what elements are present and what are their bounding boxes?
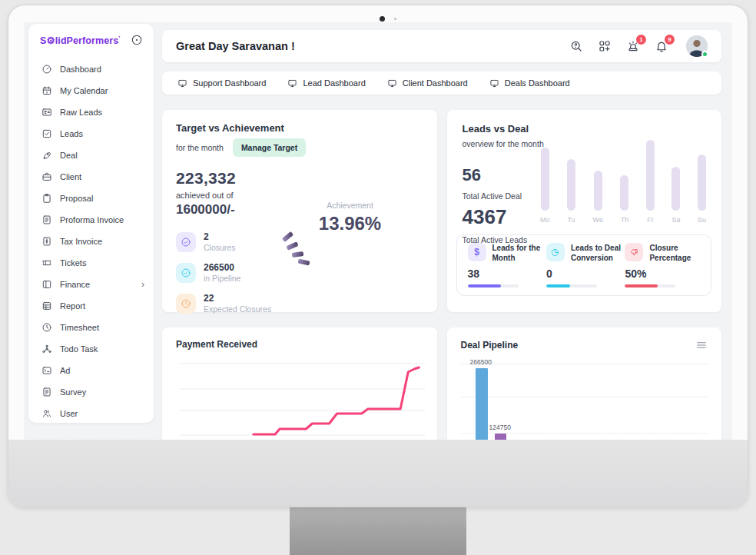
sidebar-item-label: My Calendar	[60, 86, 144, 95]
sidebar-item-report[interactable]: Report	[28, 295, 154, 317]
stat-label: Closures	[204, 243, 235, 253]
online-status-dot	[701, 51, 708, 58]
progress-track	[625, 284, 675, 287]
leads-vs-deal-card: Leads vs Deal overview for the month 56 …	[447, 110, 722, 312]
stat-value: 50%	[625, 268, 700, 280]
weekday-bar-we: We	[593, 135, 603, 224]
monitor-icon	[177, 78, 187, 88]
briefcase-icon	[41, 171, 52, 182]
sidebar-item-label: Tax Invoice	[60, 237, 144, 246]
bar-label: Tu	[567, 216, 575, 224]
leads-stat-closure-percentage: Closure Percentage50%	[625, 243, 700, 289]
dollar-icon: $	[468, 243, 486, 261]
logo-trademark: ’	[118, 35, 120, 42]
stat-value: 38	[468, 268, 546, 280]
terminal-icon	[41, 365, 52, 376]
sidebar-item-proforma-invoice[interactable]: Proforma Invoice	[28, 209, 154, 231]
chart-menu-icon[interactable]	[695, 339, 708, 351]
sidebar-item-todo-task[interactable]: Todo Task	[28, 338, 154, 360]
bar-label: Fr	[647, 216, 654, 224]
manage-target-button[interactable]: Manage Target	[233, 138, 306, 157]
sidebar-item-label: Deal	[60, 151, 144, 160]
search-icon[interactable]	[569, 39, 583, 53]
bar	[671, 167, 680, 211]
monitor-icon	[489, 78, 499, 88]
app-logo: S⚙lidPerformers’	[40, 35, 121, 46]
sidebar-item-client[interactable]: Client	[28, 166, 154, 188]
sidebar-item-my-calendar[interactable]: My Calendar	[28, 80, 154, 101]
sidebar-item-proposal[interactable]: Proposal	[28, 188, 154, 209]
page-title: Great Day Saravanan !	[176, 40, 295, 52]
card-subtitle: for the month	[176, 143, 224, 152]
main-content: Great Day Saravanan ! 1 9	[162, 22, 721, 441]
sidebar-item-deal[interactable]: Deal	[28, 145, 154, 166]
stat-label: Expected Closures	[204, 304, 271, 314]
document-icon	[41, 214, 52, 225]
sidebar-item-label: Finance	[60, 280, 141, 289]
tab-client-dashboard[interactable]: Client Dashboard	[387, 78, 468, 88]
nodes-icon	[41, 344, 52, 354]
card-title: Leads vs Deal	[463, 123, 707, 135]
form-icon	[41, 387, 52, 397]
webcam-led	[394, 18, 396, 20]
stat-value: 2	[204, 231, 235, 243]
chevron-right-icon: ›	[141, 279, 144, 290]
alarm-icon[interactable]: 1	[626, 39, 640, 53]
clock-icon	[41, 322, 52, 333]
check-icon	[176, 263, 196, 283]
bar-label: Th	[621, 216, 629, 224]
sidebar-item-finance[interactable]: Finance›	[28, 274, 154, 295]
pipeline-bar-value: 124750	[489, 424, 511, 431]
users-icon	[41, 408, 52, 419]
bar	[698, 155, 706, 211]
sidebar-item-leads[interactable]: Leads	[28, 123, 154, 145]
progress-fill	[546, 284, 570, 287]
tab-label: Lead Dashboard	[303, 78, 365, 88]
weekday-bar-tu: Tu	[567, 135, 575, 224]
sidebar-item-dashboard[interactable]: Dashboard	[28, 58, 154, 80]
tab-lead-dashboard[interactable]: Lead Dashboard	[287, 78, 365, 88]
screen: S⚙lidPerformers’ DashboardMy CalendarRaw…	[24, 22, 732, 441]
sidebar-item-survey[interactable]: Survey	[28, 381, 154, 403]
sidebar-collapse-button[interactable]	[131, 34, 143, 46]
tab-label: Deals Dashboard	[505, 78, 570, 88]
progress-fill	[625, 284, 658, 287]
clock-icon	[176, 294, 196, 314]
sidebar-item-raw-leads[interactable]: Raw Leads	[28, 101, 154, 123]
notifications-bell-icon[interactable]: 9	[655, 39, 668, 53]
bar-label: Mo	[540, 216, 550, 224]
card-title: Deal Pipeline	[461, 340, 519, 351]
sidebar-item-timesheet[interactable]: Timesheet	[28, 317, 154, 338]
sidebar-item-ad[interactable]: Ad	[28, 360, 154, 381]
dashboard-icon	[41, 64, 52, 75]
monitor-chin	[8, 440, 748, 507]
pie-icon	[546, 243, 565, 261]
sidebar-item-tax-invoice[interactable]: Tax Invoice	[28, 231, 154, 252]
user-avatar[interactable]	[686, 35, 708, 57]
calendar-icon	[41, 85, 52, 96]
webcam-dot	[380, 16, 385, 22]
sidebar-item-label: Raw Leads	[60, 108, 144, 117]
checkbox-icon	[41, 128, 52, 139]
check-icon	[176, 232, 196, 252]
sidebar-item-user[interactable]: User	[28, 403, 154, 424]
pipeline-bar-1	[476, 368, 488, 441]
achievement-label: Achievement	[293, 201, 408, 210]
sidebar-item-label: Survey	[60, 387, 144, 397]
monitor-icon	[287, 78, 297, 88]
sidebar-item-label: Dashboard	[60, 65, 144, 74]
achievement-block: Achievement 13.96%	[293, 201, 408, 234]
sidebar-item-label: User	[60, 409, 144, 418]
tab-support-dashboard[interactable]: Support Dashboard	[177, 78, 266, 88]
monitor-icon	[387, 78, 397, 88]
id-card-icon	[41, 107, 52, 118]
sidebar-item-label: Todo Task	[60, 344, 144, 354]
sidebar-item-label: Client	[60, 172, 144, 181]
weekday-bar-su: Su	[698, 135, 706, 224]
apps-grid-icon[interactable]	[598, 39, 612, 53]
tab-deals-dashboard[interactable]: Deals Dashboard	[489, 78, 570, 88]
invoice-icon	[41, 236, 52, 247]
sidebar-item-tickets[interactable]: Tickets	[28, 252, 154, 274]
leads-stat-leads-for-the-month: $Leads for the Month38	[468, 243, 546, 289]
stat-label: Leads for the Month	[492, 243, 546, 263]
